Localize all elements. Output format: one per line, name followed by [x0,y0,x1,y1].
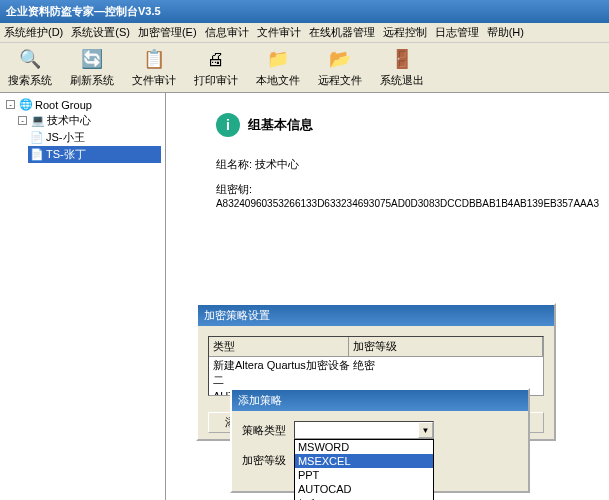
menu-item[interactable]: 加密管理(E) [138,25,197,40]
menu-item[interactable]: 系统设置(S) [71,25,130,40]
tree-root[interactable]: -🌐 Root Group [4,97,161,112]
tree-child-selected[interactable]: 📄 TS-张丁 [28,146,161,163]
info-icon: i [216,113,240,137]
tree-panel: -🌐 Root Group -💻 技术中心 📄 JS-小王 📄 TS-张丁 [0,93,166,500]
toolbar: 🔍搜索系统 🔄刷新系统 📋文件审计 🖨打印审计 📁本地文件 📂远程文件 🚪系统退… [0,43,609,93]
option[interactable]: PPT [295,468,433,482]
chevron-down-icon[interactable]: ▼ [418,422,433,438]
add-policy-dialog: 添加策略 策略类型 ▼ MSWORD MSEXCEL PPT AUTOCAD 打… [230,388,530,493]
tb-search[interactable]: 🔍搜索系统 [8,47,52,88]
col-type[interactable]: 类型 [209,337,349,356]
label-policy-type: 策略类型 [242,423,286,438]
option[interactable]: 打印CAD [295,496,433,500]
menu-item[interactable]: 在线机器管理 [309,25,375,40]
printer-icon: 🖨 [204,47,228,71]
window-title: 企业资料防盗专家—控制台V3.5 [6,4,161,19]
dropdown-list[interactable]: MSWORD MSEXCEL PPT AUTOCAD 打印CAD 电缆CAD 天… [294,439,434,500]
menu-item[interactable]: 信息审计 [205,25,249,40]
clipboard-icon: 📋 [142,47,166,71]
collapse-icon[interactable]: - [6,100,15,109]
policy-type-combo[interactable]: ▼ MSWORD MSEXCEL PPT AUTOCAD 打印CAD 电缆CAD… [294,421,434,439]
tb-local-files[interactable]: 📁本地文件 [256,47,300,88]
list-row[interactable]: 新建Altera Quartus加密设备二绝密 [209,357,543,389]
tree-child[interactable]: 📄 JS-小王 [28,129,161,146]
option[interactable]: AUTOCAD [295,482,433,496]
col-level[interactable]: 加密等级 [349,337,543,356]
search-icon: 🔍 [18,47,42,71]
label-encrypt-level: 加密等级 [242,453,286,468]
menu-item[interactable]: 日志管理 [435,25,479,40]
tb-file-audit[interactable]: 📋文件审计 [132,47,176,88]
titlebar: 企业资料防盗专家—控制台V3.5 [0,0,609,23]
subdialog-title: 添加策略 [232,390,528,411]
option[interactable]: MSWORD [295,440,433,454]
menu-item[interactable]: 帮助(H) [487,25,524,40]
policy-dialog: 加密策略设置 类型 加密等级 新建Altera Quartus加密设备二绝密 A… [196,303,556,441]
tb-print-audit[interactable]: 🖨打印审计 [194,47,238,88]
tb-remote-files[interactable]: 📂远程文件 [318,47,362,88]
folder-icon: 📁 [266,47,290,71]
menubar: 系统维护(D) 系统设置(S) 加密管理(E) 信息审计 文件审计 在线机器管理… [0,23,609,43]
dialog-title: 加密策略设置 [198,305,554,326]
option-selected[interactable]: MSEXCEL [295,454,433,468]
menu-item[interactable]: 文件审计 [257,25,301,40]
collapse-icon[interactable]: - [18,116,27,125]
tb-exit[interactable]: 🚪系统退出 [380,47,424,88]
folder-open-icon: 📂 [328,47,352,71]
tree-group[interactable]: -💻 技术中心 [16,112,161,129]
tb-refresh[interactable]: 🔄刷新系统 [70,47,114,88]
exit-icon: 🚪 [390,47,414,71]
content-panel: i 组基本信息 组名称: 技术中心 组密钥: A8324096035326613… [166,93,609,500]
group-name-row: 组名称: 技术中心 [216,157,599,172]
refresh-icon: 🔄 [80,47,104,71]
info-heading: 组基本信息 [248,116,313,134]
menu-item[interactable]: 系统维护(D) [4,25,63,40]
menu-item[interactable]: 远程控制 [383,25,427,40]
policy-list[interactable]: 类型 加密等级 新建Altera Quartus加密设备二绝密 AUTOCAD普… [208,336,544,396]
group-key-row: 组密钥: A83240960353266133D633234693075AD0D… [216,182,599,209]
